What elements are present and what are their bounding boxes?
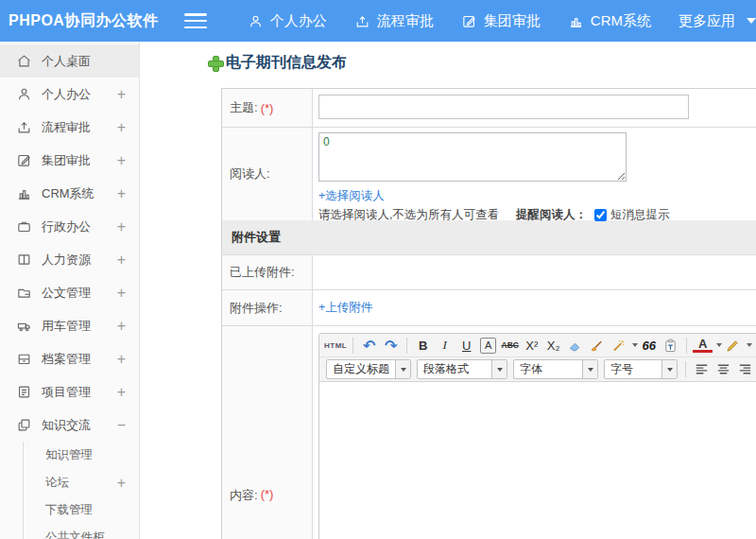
choose-readers-link[interactable]: +选择阅读人 xyxy=(318,188,385,204)
readers-row: 阅读人: +选择阅读人 请选择阅读人,不选为所有人可查看 提醒阅读人： 短消息提… xyxy=(222,127,756,220)
undo-button[interactable]: ↶ xyxy=(359,336,379,356)
briefcase-icon xyxy=(16,218,32,235)
attach-action-label: 附件操作: xyxy=(230,300,283,317)
highlight-pen-icon[interactable] xyxy=(723,336,743,356)
book-icon xyxy=(16,252,32,268)
paste-as-text-icon[interactable] xyxy=(661,336,680,356)
bar-chart-icon xyxy=(568,13,584,29)
expand-toggle-icon[interactable]: + xyxy=(117,252,126,269)
blockquote-button[interactable]: 66 xyxy=(639,336,659,356)
app-logo: PHPOA协同办公软件 xyxy=(0,11,184,31)
top-nav-item[interactable]: CRM系统 xyxy=(568,12,651,30)
editor-content-area[interactable] xyxy=(319,382,756,539)
sidebar-item[interactable]: 公共文件柜 xyxy=(0,524,139,539)
sidebar-item[interactable]: 公文管理 + xyxy=(0,276,139,309)
sidebar-item[interactable]: 个人桌面 xyxy=(0,44,139,78)
readers-textarea[interactable] xyxy=(318,132,627,182)
workflow-icon xyxy=(16,119,32,135)
sidebar-item[interactable]: 知识交流 − xyxy=(0,409,139,442)
workflow-icon xyxy=(354,13,370,29)
italic-button[interactable]: I xyxy=(435,336,455,356)
top-nav-item[interactable]: 集团审批 xyxy=(461,12,541,30)
underline-button[interactable]: U xyxy=(456,336,476,356)
top-header: PHPOA协同办公软件 个人办公 流程审批 集团审批 CRM系统 更多应用 xyxy=(0,0,756,42)
subscript-button[interactable]: X₂ xyxy=(543,336,563,356)
green-plus-icon xyxy=(208,56,222,70)
sidebar-item[interactable]: 行政办公 + xyxy=(0,210,139,243)
superscript-button[interactable]: X² xyxy=(522,336,541,356)
heading-select[interactable]: 自定义标题 xyxy=(326,359,411,379)
expand-toggle-icon[interactable]: − xyxy=(117,417,126,434)
top-nav-item[interactable]: 更多应用 xyxy=(679,12,735,30)
car-icon xyxy=(16,318,32,334)
expand-toggle-icon[interactable]: + xyxy=(117,475,126,492)
font-size-select[interactable]: 字号 xyxy=(604,359,678,379)
chevron-down-icon[interactable] xyxy=(747,18,756,24)
readers-label: 阅读人: xyxy=(230,165,270,183)
paragraph-format-select[interactable]: 段落格式 xyxy=(417,359,507,379)
user-icon xyxy=(16,86,32,102)
sidebar-item[interactable]: 档案管理 + xyxy=(0,342,139,375)
expand-toggle-icon[interactable]: + xyxy=(117,285,126,302)
top-nav: 个人办公 流程审批 集团审批 CRM系统 更多应用 xyxy=(220,12,735,30)
expand-toggle-icon[interactable]: + xyxy=(117,86,126,103)
upload-attachment-link[interactable]: +上传附件 xyxy=(318,300,372,316)
font-family-select[interactable]: 字体 xyxy=(513,359,598,379)
sidebar-item[interactable]: 用车管理 + xyxy=(0,309,139,342)
expand-toggle-icon[interactable]: + xyxy=(117,384,126,401)
remove-format-eraser-icon[interactable] xyxy=(565,336,585,356)
editor-toolbar-row1: HTML ↶ ↷ B I U A ABC X² X₂ xyxy=(319,334,756,357)
sidebar-item[interactable]: 论坛 + xyxy=(0,469,139,496)
user-icon xyxy=(248,13,264,29)
sidebar-item[interactable]: 个人办公 + xyxy=(0,78,139,111)
sidebar-item[interactable]: 知识管理 xyxy=(0,442,139,469)
font-color-button[interactable]: A xyxy=(693,338,713,353)
home-icon xyxy=(16,53,32,69)
sidebar-item[interactable]: 流程审批 + xyxy=(0,111,139,144)
editor-toolbar-row2: 自定义标题 段落格式 字体 字号 xyxy=(319,357,756,382)
html-source-button[interactable]: HTML xyxy=(324,336,347,356)
font-style-button[interactable]: A xyxy=(480,338,496,354)
sms-notify-label: 短消息提示 xyxy=(610,207,670,223)
project-icon xyxy=(16,384,32,400)
wand-dropdown-caret[interactable] xyxy=(632,343,638,347)
knowledge-icon xyxy=(16,417,32,433)
edit-approval-icon xyxy=(16,152,32,168)
top-nav-item[interactable]: 个人办公 xyxy=(248,12,327,30)
top-nav-item[interactable]: 流程审批 xyxy=(354,12,434,30)
sidebar-item[interactable]: 人力资源 + xyxy=(0,243,139,276)
format-brush-icon[interactable] xyxy=(587,336,607,356)
font-color-caret[interactable] xyxy=(716,343,722,347)
page-title: 电子期刊信息发布 xyxy=(208,53,347,73)
sidebar: 个人桌面 个人办公 + 流程审批 + 集团审批 + CRM系统 + 行政办公 +… xyxy=(0,42,140,539)
align-right-icon[interactable] xyxy=(735,359,755,379)
expand-toggle-icon[interactable]: + xyxy=(117,185,126,202)
content-label: 内容: xyxy=(230,487,258,504)
bar-chart-icon xyxy=(16,185,32,201)
align-center-icon[interactable] xyxy=(713,359,733,379)
content-row: 内容: (*) HTML ↶ ↷ B I U A ABC xyxy=(222,325,756,539)
attachment-section-header: 附件设置 xyxy=(222,220,756,254)
redo-button[interactable]: ↷ xyxy=(381,336,401,356)
sidebar-item[interactable]: 项目管理 + xyxy=(0,375,139,409)
uploaded-attachments-area xyxy=(313,255,756,289)
expand-toggle-icon[interactable]: + xyxy=(117,318,126,335)
expand-toggle-icon[interactable]: + xyxy=(117,218,126,235)
hamburger-menu-icon[interactable] xyxy=(184,13,207,28)
bold-button[interactable]: B xyxy=(413,336,433,356)
subject-input[interactable] xyxy=(318,95,689,119)
align-left-icon[interactable] xyxy=(692,359,712,379)
expand-toggle-icon[interactable]: + xyxy=(117,119,126,136)
subject-label: 主题: xyxy=(230,99,258,116)
sidebar-item[interactable]: 下载管理 xyxy=(0,496,139,524)
strikethrough-button[interactable]: ABC xyxy=(500,336,520,356)
magic-wand-icon[interactable] xyxy=(609,336,628,356)
expand-toggle-icon[interactable]: + xyxy=(117,351,126,368)
sidebar-item[interactable]: CRM系统 + xyxy=(0,177,139,210)
sms-notify-checkbox[interactable] xyxy=(594,209,607,221)
sidebar-item[interactable]: 集团审批 + xyxy=(0,144,139,177)
highlight-caret[interactable] xyxy=(747,343,752,347)
expand-toggle-icon[interactable]: + xyxy=(117,152,126,169)
attachment-action-row: 附件操作: +上传附件 xyxy=(222,289,756,325)
remind-readers-label: 提醒阅读人： xyxy=(516,207,587,223)
